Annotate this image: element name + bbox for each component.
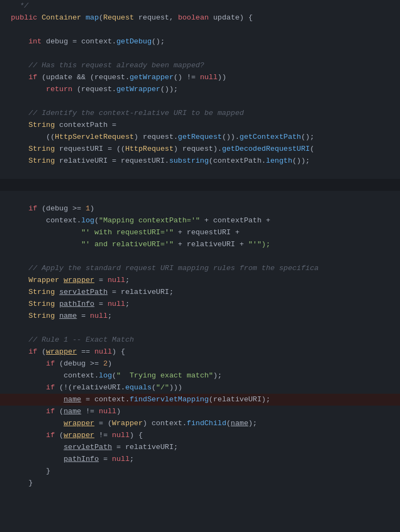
code-line [0, 24, 400, 36]
code-line: if (wrapper != null) { [0, 430, 400, 441]
code-line: String name = null; [0, 310, 400, 322]
code-line: if (!(relativeURI.equals("/"))) [0, 382, 400, 394]
code-line: int debug = context.getDebug(); [0, 36, 400, 48]
code-line: servletPath = relativeURI; [0, 441, 400, 453]
code-line: String servletPath = relativeURI; [0, 286, 400, 298]
code-line: // Apply the standard request URI mappin… [0, 262, 400, 274]
code-line: if (wrapper == null) { [0, 346, 400, 358]
code-line: String contextPath = [0, 119, 400, 131]
code-line: // Has this request already been mapped? [0, 60, 400, 72]
code-line: String requestURI = ((HttpRequest) reque… [0, 143, 400, 155]
code-line: context.log("Mapping contextPath='" + co… [0, 215, 400, 227]
code-line [0, 179, 400, 191]
code-line [0, 322, 400, 334]
code-line: if (debug >= 2) [0, 358, 400, 370]
code-line: Wrapper wrapper = null; [0, 274, 400, 286]
code-line [0, 167, 400, 179]
code-line: */ [0, 0, 400, 12]
code-line: wrapper = (Wrapper) context.findChild(na… [0, 418, 400, 430]
code-line: // Rule 1 -- Exact Match [0, 334, 400, 346]
code-line: String relativeURI = requestURI.substrin… [0, 155, 400, 167]
code-line: pathInfo = null; [0, 453, 400, 465]
code-line: return (request.getWrapper()); [0, 84, 400, 95]
code-line [0, 48, 400, 60]
code-line: } [0, 477, 400, 489]
code-line: // Identify the context-relative URI to … [0, 107, 400, 119]
code-line: if (name != null) [0, 406, 400, 418]
code-line: if (debug >= 1) [0, 203, 400, 215]
code-line: } [0, 465, 400, 477]
code-line: public Container map(Request request, bo… [0, 12, 400, 24]
code-line: "' with requestURI='" + requestURI + [0, 227, 400, 239]
code-line: if (update && (request.getWrapper() != n… [0, 72, 400, 84]
code-editor: */ public Container map(Request request,… [0, 0, 400, 489]
code-line [0, 95, 400, 107]
code-line [0, 191, 400, 203]
code-line: "' and relativeURI='" + relativeURI + "'… [0, 239, 400, 251]
code-line-highlighted: name = context.findServletMapping(relati… [0, 394, 400, 406]
code-line: String pathInfo = null; [0, 298, 400, 310]
code-line [0, 251, 400, 262]
code-line: context.log(" Trying exact match"); [0, 370, 400, 382]
code-line: ((HttpServletRequest) request.getRequest… [0, 131, 400, 143]
